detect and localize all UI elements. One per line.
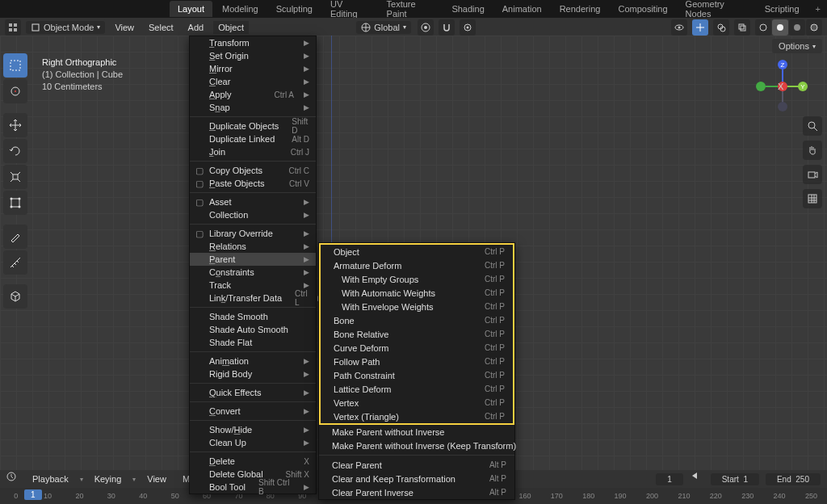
object-menu-item[interactable]: Link/Transfer DataCtrl L▶ [190, 292, 316, 304]
object-menu-item[interactable]: Shade Auto Smooth [190, 323, 316, 336]
object-menu-item[interactable]: Duplicate ObjectsShift D [190, 120, 316, 132]
tool-transform[interactable] [3, 191, 27, 215]
overlay-toggle-button[interactable] [713, 19, 729, 36]
object-menu-item[interactable]: ▢Paste ObjectsCtrl V [190, 177, 316, 190]
add-workspace-button[interactable]: + [809, 2, 827, 16]
object-menu-item[interactable]: Relations▶ [190, 240, 316, 253]
object-menu-item[interactable]: ▢Copy ObjectsCtrl C [190, 164, 316, 177]
tab-compositing[interactable]: Compositing [610, 1, 675, 17]
shading-solid-button[interactable] [772, 19, 788, 36]
object-menu-item[interactable]: Snap▶ [190, 101, 316, 114]
parent-submenu-item[interactable]: Vertex (Triangle)Ctrl P [321, 410, 513, 423]
pivot-button[interactable] [418, 19, 434, 36]
tool-add-cube[interactable] [3, 284, 27, 309]
header-menu-view[interactable]: View [110, 21, 139, 34]
header-menu-select[interactable]: Select [144, 21, 178, 34]
parent-submenu-item[interactable]: Clear ParentAlt P [319, 458, 514, 472]
object-menu-item[interactable]: ApplyCtrl A▶ [190, 88, 316, 101]
menu-edit[interactable]: Edit [52, 2, 80, 15]
object-menu-item[interactable]: Transform▶ [190, 36, 316, 49]
shading-material-button[interactable] [789, 19, 805, 36]
zoom-button[interactable] [803, 116, 822, 136]
parent-submenu-item[interactable]: Clear and Keep TransformationAlt P [319, 472, 514, 485]
tab-scripting[interactable]: Scripting [757, 1, 808, 17]
parent-submenu-item[interactable]: With Envelope WeightsCtrl P [321, 300, 513, 313]
object-menu-item[interactable]: Bool ToolShift Ctrl B▶ [190, 481, 316, 494]
object-menu-item[interactable]: Shade Smooth [190, 310, 316, 323]
parent-submenu-item[interactable]: Path ConstraintCtrl P [321, 368, 513, 382]
gizmo-toggle-button[interactable] [692, 19, 708, 36]
axis-center[interactable]: X [778, 82, 787, 91]
options-dropdown[interactable]: Options ▾ [772, 39, 822, 53]
timeline-menu-view[interactable]: View [142, 472, 171, 485]
parent-submenu-item[interactable]: ObjectCtrl P [321, 245, 513, 258]
tab-modeling[interactable]: Modeling [214, 1, 267, 17]
object-menu-item[interactable]: Constraints▶ [190, 266, 316, 279]
tool-measure[interactable] [3, 250, 27, 275]
axis-neg-z[interactable] [778, 102, 787, 111]
object-menu-item[interactable]: Parent▶ [190, 253, 316, 266]
header-menu-add[interactable]: Add [183, 21, 209, 34]
editor-type-icon[interactable] [5, 19, 21, 36]
menu-file[interactable]: File [23, 2, 50, 15]
parent-submenu-item[interactable]: Curve DeformCtrl P [321, 341, 513, 355]
object-menu-item[interactable]: Show/Hide▶ [190, 423, 316, 436]
pan-button[interactable] [803, 141, 822, 160]
object-menu-item[interactable]: Rigid Body▶ [190, 368, 316, 380]
parent-submenu-item[interactable]: Armature DeformCtrl P [321, 258, 513, 272]
tool-scale[interactable] [3, 165, 27, 189]
shading-wireframe-button[interactable] [755, 19, 771, 36]
orientation-selector[interactable]: Global ▾ [356, 21, 411, 34]
jump-start-button[interactable] [690, 472, 704, 486]
proportional-edit-button[interactable] [460, 19, 476, 36]
object-menu-item[interactable]: Shade Flat [190, 336, 316, 349]
tab-rendering[interactable]: Rendering [552, 1, 609, 17]
frame-start-field[interactable]: Start 1 [711, 473, 759, 485]
object-menu-item[interactable]: DeleteX [190, 455, 316, 468]
axis-y[interactable]: Y [798, 82, 808, 91]
menu-window[interactable]: Window [125, 2, 170, 15]
nav-gizmo[interactable]: Z Y X [756, 60, 808, 111]
parent-submenu-item[interactable]: Lattice DeformCtrl P [321, 382, 513, 396]
shading-rendered-button[interactable] [806, 19, 822, 36]
parent-submenu-item[interactable]: Make Parent without Inverse (Keep Transf… [319, 439, 514, 452]
parent-submenu-item[interactable]: Follow PathCtrl P [321, 355, 513, 368]
snap-button[interactable] [439, 19, 455, 36]
timeline-menu-playback[interactable]: Playback [27, 472, 73, 485]
object-menu-item[interactable]: Collection▶ [190, 208, 316, 221]
object-menu-item[interactable]: Delete GlobalShift X [190, 468, 316, 481]
object-menu-item[interactable]: Clean Up▶ [190, 436, 316, 449]
tool-rotate[interactable] [3, 139, 27, 163]
tab-layout[interactable]: Layout [170, 1, 212, 17]
object-menu-item[interactable]: Animation▶ [190, 355, 316, 368]
object-menu-item[interactable]: ▢Library Override▶ [190, 227, 316, 240]
parent-submenu-item[interactable]: BoneCtrl P [321, 313, 513, 327]
parent-submenu-item[interactable]: Bone RelativeCtrl P [321, 327, 513, 341]
frame-current-field[interactable]: 1 [656, 473, 683, 485]
xray-toggle-button[interactable] [734, 19, 750, 36]
tab-animation[interactable]: Animation [494, 1, 550, 17]
tool-cursor[interactable] [3, 79, 27, 103]
parent-submenu-item[interactable]: VertexCtrl P [321, 396, 513, 410]
timeline-playhead[interactable]: 1 [24, 489, 42, 500]
tool-annotate[interactable] [3, 225, 27, 249]
object-menu-item[interactable]: Quick Effects▶ [190, 386, 316, 399]
tab-shading[interactable]: Shading [443, 1, 492, 17]
object-menu-item[interactable]: ▢Asset▶ [190, 195, 316, 208]
object-menu-item[interactable]: Mirror▶ [190, 62, 316, 75]
camera-view-button[interactable] [803, 165, 822, 184]
object-menu-item[interactable]: JoinCtrl J [190, 145, 316, 158]
timeline-editor-icon[interactable] [6, 472, 21, 486]
parent-submenu-item[interactable]: Make Parent without Inverse [319, 425, 514, 439]
mode-selector[interactable]: Object Mode ▾ [26, 21, 105, 34]
visibility-button[interactable] [671, 19, 687, 36]
parent-submenu-item[interactable]: With Empty GroupsCtrl P [321, 272, 513, 286]
object-menu-item[interactable]: Set Origin▶ [190, 49, 316, 62]
axis-z[interactable]: Z [778, 60, 787, 69]
object-menu-item[interactable]: Convert▶ [190, 405, 316, 418]
axis-neg-y[interactable] [756, 82, 766, 91]
perspective-toggle-button[interactable] [803, 189, 822, 208]
frame-end-field[interactable]: End 250 [766, 473, 821, 485]
tab-sculpting[interactable]: Sculpting [268, 1, 321, 17]
menu-render[interactable]: Render [82, 2, 124, 15]
